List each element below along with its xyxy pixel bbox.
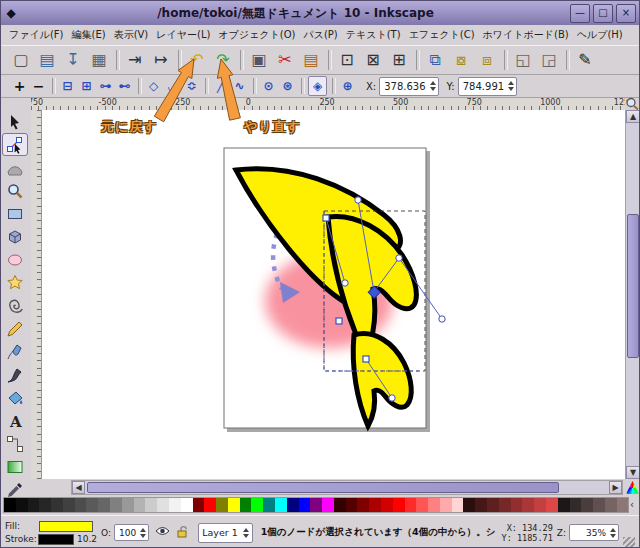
pencil-tool[interactable] — [2, 317, 28, 340]
layer-visibility-eye-icon[interactable] — [155, 525, 170, 540]
menu-item-2[interactable]: 表示(V) — [110, 26, 153, 44]
opacity-spinbox[interactable]: 100 — [114, 524, 149, 541]
palette-swatch[interactable] — [322, 498, 334, 512]
menu-item-1[interactable]: 編集(E) — [68, 26, 110, 44]
palette-swatch[interactable] — [228, 498, 240, 512]
import-icon[interactable]: ⇥ — [123, 48, 147, 72]
palette-swatch[interactable] — [122, 498, 134, 512]
palette-swatch[interactable] — [581, 498, 593, 512]
open-document-icon[interactable]: ▤ — [35, 48, 59, 72]
palette-swatch[interactable] — [193, 498, 205, 512]
fill-stroke-dialog-icon[interactable]: ✎ — [573, 48, 597, 72]
star-tool[interactable] — [2, 271, 28, 294]
vertical-scrollbar[interactable]: ▲ ▼ — [625, 110, 640, 479]
zoom-selection-icon[interactable]: ⊡ — [335, 48, 359, 72]
x-coord-spinbox[interactable]: 378.636 — [379, 77, 438, 96]
insert-node-icon[interactable]: + — [11, 77, 28, 95]
palette-swatch[interactable] — [440, 498, 452, 512]
palette-swatch[interactable] — [204, 498, 216, 512]
zoom-tool[interactable] — [2, 179, 28, 202]
cut-icon[interactable]: ✂ — [273, 48, 297, 72]
symmetric-node-icon[interactable]: ≎ — [183, 77, 200, 95]
layer-selector[interactable]: Layer 1 — [198, 523, 253, 543]
scroll-down-icon[interactable]: ▼ — [626, 466, 640, 479]
y-coord-spinbox[interactable]: 784.991 — [458, 77, 517, 96]
delete-node-icon[interactable]: − — [30, 77, 47, 95]
drawing-canvas[interactable] — [42, 110, 625, 479]
palette-swatch[interactable] — [381, 498, 393, 512]
palette-swatch[interactable] — [428, 498, 440, 512]
palette-swatch[interactable] — [251, 498, 263, 512]
object-to-path-icon[interactable]: ⊙ — [260, 77, 277, 95]
paint-bucket-tool[interactable] — [2, 386, 28, 409]
palette-swatch[interactable] — [405, 498, 417, 512]
print-icon[interactable]: ▦ — [87, 48, 111, 72]
ruler-corner-zoom-icon[interactable] — [625, 97, 640, 110]
corner-node-icon[interactable]: ◇ — [145, 77, 162, 95]
menu-item-7[interactable]: エフェクト(C) — [405, 26, 479, 44]
curve-segment-icon[interactable]: ∿ — [231, 77, 248, 95]
palette-swatch[interactable] — [39, 498, 51, 512]
palette-swatch[interactable] — [475, 498, 487, 512]
palette-swatch[interactable] — [357, 498, 369, 512]
palette-swatch[interactable] — [558, 498, 570, 512]
copy-icon[interactable]: ▣ — [247, 48, 271, 72]
palette-swatch[interactable] — [570, 498, 582, 512]
palette-swatch[interactable] — [110, 498, 122, 512]
palette-swatch[interactable] — [240, 498, 252, 512]
clone-icon[interactable]: ⧇ — [449, 48, 473, 72]
palette-swatch[interactable] — [86, 498, 98, 512]
new-document-icon[interactable]: ▢ — [9, 48, 33, 72]
break-path-icon[interactable]: ⊟ — [59, 77, 76, 95]
palette-swatch[interactable] — [534, 498, 546, 512]
hscroll-thumb[interactable] — [87, 482, 559, 493]
palette-swatch[interactable] — [51, 498, 63, 512]
palette-swatch[interactable] — [522, 498, 534, 512]
opacity-spinner-icon[interactable] — [140, 528, 146, 538]
palette-swatch[interactable] — [216, 498, 228, 512]
zoom-spinbox[interactable]: 35% — [569, 524, 619, 541]
vscroll-thumb[interactable] — [627, 214, 639, 358]
align-dialog-icon[interactable]: ◲ — [537, 48, 561, 72]
export-icon[interactable]: ↦ — [149, 48, 173, 72]
connector-tool[interactable] — [2, 432, 28, 455]
palette-swatch[interactable] — [593, 498, 605, 512]
path-effects-icon[interactable]: ⊕ — [339, 77, 356, 95]
zoom-drawing-icon[interactable]: ⊠ — [361, 48, 385, 72]
xml-editor-icon[interactable]: ◱ — [511, 48, 535, 72]
selector-tool[interactable] — [2, 110, 28, 133]
calligraphy-tool[interactable] — [2, 363, 28, 386]
ellipse-tool[interactable] — [2, 248, 28, 271]
text-tool[interactable]: A — [2, 409, 28, 432]
menu-item-3[interactable]: レイヤー(L) — [152, 26, 214, 44]
layer-spinner-icon[interactable] — [243, 528, 249, 538]
flatten-path-icon[interactable]: ⊛ — [279, 77, 296, 95]
palette-swatch[interactable] — [4, 498, 16, 512]
palette-swatch[interactable] — [145, 498, 157, 512]
save-icon[interactable]: ↧ — [61, 48, 85, 72]
palette-swatch[interactable] — [393, 498, 405, 512]
palette-swatch[interactable] — [287, 498, 299, 512]
fill-stroke-indicator[interactable]: Fill: Stroke:10.2 — [5, 520, 97, 546]
x-spinner-icon[interactable] — [430, 81, 436, 91]
scroll-up-icon[interactable]: ▲ — [626, 110, 640, 123]
delete-segment-icon[interactable]: ⊷ — [116, 77, 133, 95]
spiral-tool[interactable] — [2, 294, 28, 317]
line-segment-icon[interactable]: ╱ — [212, 77, 229, 95]
palette-scroll-icon[interactable]: ‹ — [630, 499, 634, 510]
show-handles-icon[interactable]: ◈ — [308, 76, 327, 96]
color-management-icon[interactable] — [626, 481, 639, 494]
y-spinner-icon[interactable] — [508, 81, 514, 91]
palette-swatch[interactable] — [181, 498, 193, 512]
vertical-ruler[interactable] — [31, 110, 42, 479]
duplicate-icon[interactable]: ⧉ — [423, 48, 447, 72]
palette-swatch[interactable] — [546, 498, 558, 512]
minimize-button[interactable]: — — [570, 4, 590, 23]
palette-swatch[interactable] — [617, 498, 629, 512]
palette-swatch[interactable] — [263, 498, 275, 512]
palette-swatch[interactable] — [275, 498, 287, 512]
join-nodes-icon[interactable]: ⊞ — [78, 77, 95, 95]
redo-icon[interactable]: ↷ — [211, 48, 235, 72]
menu-item-4[interactable]: オブジェクト(O) — [214, 26, 299, 44]
node-editor-tool[interactable] — [2, 133, 28, 156]
